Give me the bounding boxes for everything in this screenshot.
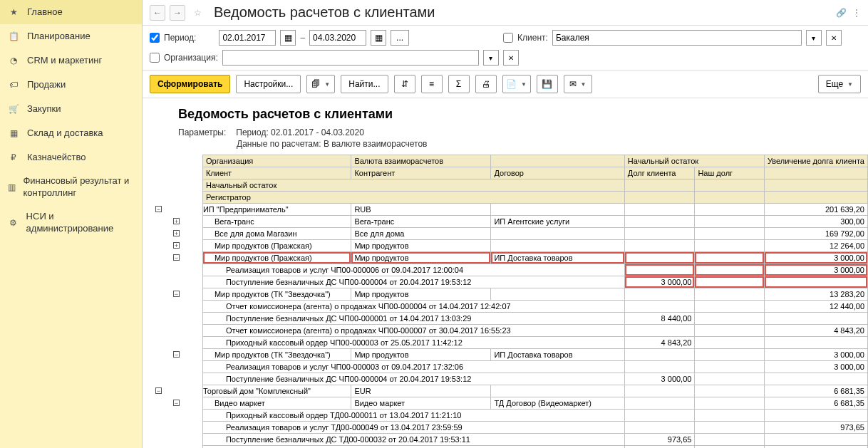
cell-increase xyxy=(764,337,867,349)
expand-button[interactable]: ⇵ xyxy=(394,75,415,93)
find-button[interactable]: Найти... xyxy=(341,75,388,93)
client-checkbox[interactable] xyxy=(503,33,513,43)
tree-toggle[interactable]: − xyxy=(150,385,167,397)
tree-toggle[interactable]: − xyxy=(150,204,167,216)
print-button[interactable]: 🖨 xyxy=(475,75,497,93)
collapse-button[interactable]: ≡ xyxy=(421,75,443,93)
table-row[interactable]: +Мир продуктов (Пражская)Мир продуктов12… xyxy=(150,240,868,252)
cell: Торговый дом "Комплексный" xyxy=(202,385,351,397)
table-row[interactable]: −Мир продуктов (ТК "Звездочка")Мир проду… xyxy=(150,349,868,361)
calendar-from-button[interactable]: ▦ xyxy=(280,30,296,46)
tree-toggle[interactable]: − xyxy=(167,288,185,301)
table-row[interactable]: Поступление безналичных ДС ЧП00-000001 о… xyxy=(150,313,868,325)
more-menu-icon[interactable]: ⋮ xyxy=(852,8,861,18)
save-button[interactable]: 💾 xyxy=(537,75,558,93)
more-button[interactable]: Еще▼ xyxy=(818,75,861,93)
cell xyxy=(491,204,624,216)
collapse-icon: ≡ xyxy=(429,79,434,89)
print-options-button[interactable]: 📄▼ xyxy=(502,75,531,93)
org-dropdown-button[interactable]: ▾ xyxy=(483,50,499,66)
table-row[interactable]: Реализация товаров и услуг ЧП00-000006 о… xyxy=(150,264,868,276)
tree-toggle[interactable]: − xyxy=(167,349,185,361)
period-picker-button[interactable]: ... xyxy=(391,30,409,46)
date-from-input[interactable] xyxy=(219,30,276,46)
cell xyxy=(491,228,624,240)
cell-increase: 12 264,00 xyxy=(764,240,867,252)
date-to-input[interactable] xyxy=(309,30,366,46)
expand-icon: ⇵ xyxy=(401,79,408,89)
client-input[interactable] xyxy=(552,30,802,46)
sidebar-item-main[interactable]: ★Главное xyxy=(0,0,142,24)
table-row[interactable]: −ИП "Предприниматель"RUB201 639,20 xyxy=(150,204,868,216)
table-row[interactable]: Приходный кассовый ордер ТД00-000011 от … xyxy=(150,410,868,422)
cell: ТД Договор (Видеомаркет) xyxy=(491,397,624,410)
cell-debt-client xyxy=(624,385,695,397)
bars-icon: ▥ xyxy=(7,181,16,194)
link-icon[interactable]: 🔗 xyxy=(836,8,847,18)
nav-back-button[interactable]: ← xyxy=(150,5,165,21)
cell: Поступление безналичных ДС ТД00-000032 о… xyxy=(202,434,624,446)
table-row[interactable]: Отчет комиссионера (агента) о продажах Ч… xyxy=(150,325,868,337)
sidebar-item-treasury[interactable]: ₽Казначейство xyxy=(0,145,142,170)
email-button[interactable]: ✉▼ xyxy=(564,75,592,93)
cell-debt-client xyxy=(624,422,695,434)
table-row[interactable]: Поступление безналичных ДС ЧП00-000004 о… xyxy=(150,276,868,288)
table-row[interactable]: +Вега-трансВега-трансИП Агентские услуги… xyxy=(150,216,868,228)
table-row[interactable]: Реализация товаров и услуг ТД00-000050 о… xyxy=(150,446,868,449)
settings-button[interactable]: Настройки... xyxy=(236,75,301,93)
table-row[interactable]: Приходный кассовый ордер ЧП00-000003 от … xyxy=(150,337,868,349)
table-row[interactable]: −Мир продуктов (ТК "Звездочка")Мир проду… xyxy=(150,288,868,301)
client-clear-button[interactable]: ✕ xyxy=(826,30,842,46)
cell: Приходный кассовый ордер ЧП00-000003 от … xyxy=(202,337,624,349)
period-checkbox[interactable] xyxy=(150,33,160,43)
cell: Мир продуктов (ТК "Звездочка") xyxy=(202,349,351,361)
filter-panel: Период: ▦ – ▦ ... Клиент: ▾ ✕ Организаци… xyxy=(143,26,868,71)
variants-button[interactable]: 🗐▼ xyxy=(306,75,335,93)
tree-toggle[interactable]: − xyxy=(167,397,185,410)
cell-our-debt xyxy=(695,301,764,313)
doc-icon: 📄 xyxy=(506,79,517,89)
nav-fwd-button[interactable]: → xyxy=(170,5,185,21)
cell-our-debt xyxy=(695,216,764,228)
org-clear-button[interactable]: ✕ xyxy=(503,50,519,66)
tree-toggle[interactable]: − xyxy=(167,252,185,264)
sidebar-item-finance[interactable]: ▥Финансовый результат и контроллинг xyxy=(0,170,142,205)
cell: Мир продуктов (Пражская) xyxy=(202,252,351,264)
toolbar: Сформировать Настройки... 🗐▼ Найти... ⇵ … xyxy=(143,71,868,98)
table-row[interactable]: −Торговый дом "Комплексный"EUR6 681,35 xyxy=(150,385,868,397)
favorite-icon[interactable]: ☆ xyxy=(190,5,205,21)
period-label: Период: xyxy=(164,33,196,43)
org-input[interactable] xyxy=(222,50,479,66)
cell-our-debt xyxy=(695,252,764,264)
generate-button[interactable]: Сформировать xyxy=(150,75,230,93)
sidebar-item-nsi[interactable]: ⚙НСИ и администрирование xyxy=(0,205,142,241)
table-row[interactable]: Отчет комиссионера (агента) о продажах Ч… xyxy=(150,301,868,313)
calendar-to-button[interactable]: ▦ xyxy=(371,30,386,46)
cell-debt-client xyxy=(624,410,695,422)
cell-increase: 169 792,00 xyxy=(764,228,867,240)
table-row[interactable]: +Все для дома МагазинВсе для дома169 792… xyxy=(150,228,868,240)
cell: RUB xyxy=(351,204,491,216)
tree-toggle[interactable]: + xyxy=(167,240,185,252)
table-row[interactable]: Реализация товаров и услуг ТД00-000049 о… xyxy=(150,422,868,434)
sidebar-item-sales[interactable]: 🏷Продажи xyxy=(0,73,142,97)
table-row[interactable]: Поступление безналичных ДС ЧП00-000004 о… xyxy=(150,373,868,385)
tree-toggle[interactable]: + xyxy=(167,228,185,240)
org-checkbox[interactable] xyxy=(150,53,160,63)
sidebar-item-crm[interactable]: ◔CRM и маркетинг xyxy=(0,48,142,73)
sidebar-item-warehouse[interactable]: ▦Склад и доставка xyxy=(0,121,142,145)
report-table[interactable]: Организация Валюта взаиморасчетов Началь… xyxy=(150,155,868,448)
table-row[interactable]: Реализация товаров и услуг ЧП00-000003 о… xyxy=(150,361,868,373)
report-area: Ведомость расчетов с клиентами Параметры… xyxy=(143,98,868,448)
sum-button[interactable]: Σ xyxy=(448,75,470,93)
cell-increase: 300,00 xyxy=(764,216,867,228)
tree-toggle[interactable]: + xyxy=(167,216,185,228)
table-row[interactable]: −Мир продуктов (Пражская)Мир продуктовИП… xyxy=(150,252,868,264)
client-dropdown-button[interactable]: ▾ xyxy=(806,30,822,46)
cell-debt-client: 8 440,00 xyxy=(624,313,695,325)
sidebar-item-purchases[interactable]: 🛒Закупки xyxy=(0,97,142,121)
cell-our-debt xyxy=(695,288,764,301)
table-row[interactable]: −Видео маркетВидео маркетТД Договор (Вид… xyxy=(150,397,868,410)
table-row[interactable]: Поступление безналичных ДС ТД00-000032 о… xyxy=(150,434,868,446)
sidebar-item-planning[interactable]: 📋Планирование xyxy=(0,24,142,48)
